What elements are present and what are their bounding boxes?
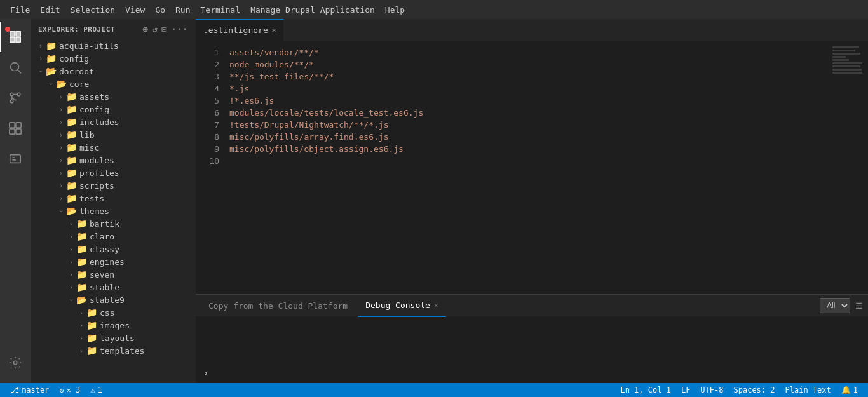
notifications[interactable]: 🔔 1 — [836, 383, 863, 397]
tree-item-docroot[interactable]: › 📂 docroot — [31, 65, 196, 77]
folder-icon: 📁 — [76, 257, 87, 267]
code-editor[interactable]: assets/vendor/**/* node_modules/**/* **/… — [224, 41, 830, 294]
menu-run[interactable]: Run — [170, 3, 195, 17]
folder-icon: 📁 — [46, 53, 57, 64]
sync-button[interactable]: ↻ ✕ 3 — [54, 383, 85, 397]
code-line-3: **/js_test_files/**/* — [229, 71, 830, 83]
folder-icon: 📁 — [66, 193, 77, 203]
bottom-tab-label: Copy from the Cloud Platform — [208, 301, 348, 311]
tree-item-profiles[interactable]: › 📁 profiles — [31, 166, 196, 179]
bottom-tab-close-button[interactable]: ✕ — [434, 301, 438, 309]
tree-item-engines[interactable]: › 📁 engines — [31, 255, 196, 268]
tab-label: .eslintignore — [203, 25, 268, 35]
arrow-icon: › — [56, 106, 66, 113]
more-actions-icon[interactable]: ··· — [171, 24, 188, 34]
line-number: 3 — [196, 71, 219, 83]
menu-help[interactable]: Help — [380, 3, 410, 17]
menu-edit[interactable]: Edit — [35, 3, 65, 17]
arrow-icon: › — [66, 259, 76, 266]
menu-view[interactable]: View — [120, 3, 150, 17]
line-number: 10 — [196, 155, 219, 167]
tree-item-label: config — [79, 105, 109, 114]
tab-close-button[interactable]: ✕ — [272, 26, 276, 34]
tree-item-classy[interactable]: › 📁 classy — [31, 243, 196, 255]
git-branch[interactable]: ⎇ master — [5, 383, 54, 397]
prompt-arrow-icon: › — [203, 368, 208, 378]
tree-item-css[interactable]: › 📁 css — [31, 306, 196, 319]
remote-icon[interactable] — [0, 144, 31, 174]
tree-item-core[interactable]: › 📂 core — [31, 77, 196, 90]
file-tree: › 📁 acquia-utils › 📁 config › 📂 docroot … — [31, 39, 196, 383]
tree-item-bartik[interactable]: › 📁 bartik — [31, 217, 196, 230]
folder-icon: 📁 — [86, 320, 97, 330]
menu-terminal[interactable]: Terminal — [196, 3, 246, 17]
tree-item-modules[interactable]: › 📁 modules — [31, 154, 196, 166]
menu-selection[interactable]: Selection — [65, 3, 120, 17]
sidebar-header: EXPLORER: PROJECT ⊕ ↺ ⊟ ··· — [31, 19, 196, 39]
tree-item-layouts[interactable]: › 📁 layouts — [31, 332, 196, 344]
line-number: 9 — [196, 143, 219, 155]
arrow-expanded-icon: › — [48, 79, 55, 89]
bottom-tab-cloud[interactable]: Copy from the Cloud Platform — [201, 295, 355, 317]
editor-tab-bar: .eslintignore ✕ — [196, 19, 868, 41]
branch-name: master — [22, 386, 49, 394]
menu-go[interactable]: Go — [150, 3, 170, 17]
tree-item-images[interactable]: › 📁 images — [31, 319, 196, 332]
tree-item-assets[interactable]: › 📁 assets — [31, 90, 196, 103]
tree-item-lib[interactable]: › 📁 lib — [31, 128, 196, 141]
line-ending[interactable]: LF — [676, 383, 695, 397]
tree-item-label: modules — [79, 156, 114, 165]
encoding[interactable]: UTF-8 — [695, 383, 728, 397]
arrow-expanded-icon: › — [58, 206, 65, 216]
search-icon[interactable] — [0, 52, 31, 83]
explorer-icon[interactable] — [0, 22, 31, 52]
new-file-icon[interactable]: ⊕ — [142, 24, 148, 34]
folder-icon: 📁 — [86, 333, 97, 343]
language-mode[interactable]: Plain Text — [780, 383, 836, 397]
tree-item-misc[interactable]: › 📁 misc — [31, 141, 196, 154]
tree-item-themes[interactable]: › 📂 themes — [31, 205, 196, 217]
collapse-all-icon[interactable]: ⊟ — [161, 24, 167, 34]
code-line-7: !tests/Drupal/Nightwatch/**/*.js — [229, 119, 830, 131]
folder-icon: 📁 — [76, 282, 87, 292]
warnings[interactable]: ⚠ 1 — [85, 383, 107, 397]
tree-item-stable9[interactable]: › 📂 stable9 — [31, 293, 196, 306]
tree-item-seven[interactable]: › 📁 seven — [31, 268, 196, 281]
tree-item-includes[interactable]: › 📁 includes — [31, 116, 196, 128]
bottom-panel: Copy from the Cloud Platform Debug Conso… — [196, 294, 868, 383]
tree-item-config2[interactable]: › 📁 config — [31, 103, 196, 116]
extensions-icon[interactable] — [0, 113, 31, 144]
indentation[interactable]: Spaces: 2 — [728, 383, 780, 397]
encoding-label: UTF-8 — [700, 386, 723, 394]
refresh-icon[interactable]: ↺ — [152, 24, 158, 34]
arrow-icon: › — [56, 131, 66, 138]
notification-count: 1 — [853, 386, 858, 394]
language-label: Plain Text — [785, 386, 831, 394]
source-control-icon[interactable] — [0, 83, 31, 113]
menu-file[interactable]: File — [5, 3, 35, 17]
cursor-position[interactable]: Ln 1, Col 1 — [615, 383, 675, 397]
settings-icon[interactable] — [0, 347, 31, 378]
folder-icon: 📁 — [86, 307, 97, 318]
tree-item-acquia-utils[interactable]: › 📁 acquia-utils — [31, 39, 196, 52]
tree-item-stable[interactable]: › 📁 stable — [31, 281, 196, 293]
arrow-icon: › — [56, 170, 66, 177]
main-layout: EXPLORER: PROJECT ⊕ ↺ ⊟ ··· › 📁 acquia-u… — [0, 19, 868, 383]
bottom-tab-debug[interactable]: Debug Console ✕ — [358, 295, 445, 317]
tree-item-config[interactable]: › 📁 config — [31, 52, 196, 65]
tree-item-templates[interactable]: › 📁 templates — [31, 344, 196, 357]
filter-icon[interactable]: ☰ — [855, 301, 863, 311]
tree-item-scripts[interactable]: › 📁 scripts — [31, 179, 196, 192]
arrow-icon: › — [76, 335, 86, 342]
editor-tab-eslintignore[interactable]: .eslintignore ✕ — [196, 19, 284, 41]
arrow-expanded-icon: › — [68, 295, 75, 305]
line-number: 4 — [196, 83, 219, 95]
arrow-icon: › — [76, 322, 86, 329]
tree-item-claro[interactable]: › 📁 claro — [31, 230, 196, 243]
filter-select[interactable]: All — [820, 298, 850, 313]
bottom-panel-content: › — [196, 317, 868, 383]
code-line-9: misc/polyfills/object.assign.es6.js — [229, 143, 830, 155]
menu-drupal[interactable]: Manage Drupal Application — [245, 3, 380, 17]
tree-item-tests[interactable]: › 📁 tests — [31, 192, 196, 205]
tree-item-label: docroot — [59, 67, 94, 76]
